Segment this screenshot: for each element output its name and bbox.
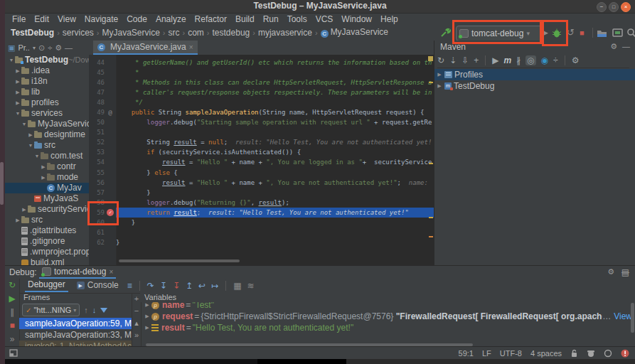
maven-toolbar-icon[interactable]: ∦ <box>516 55 521 65</box>
variable-row[interactable]: ▶prequest={StrictHttpFirewall$StrictFire… <box>140 311 635 322</box>
debug-button[interactable] <box>552 26 562 40</box>
debug-step-icon[interactable]: ↥ <box>186 281 193 291</box>
horizontal-scrollbar[interactable] <box>119 259 240 262</box>
tree-item[interactable]: MyJavaS <box>5 193 89 204</box>
tab-console[interactable]: ▶Console <box>74 280 122 291</box>
tree-arrow-icon[interactable]: ▶ <box>14 65 21 76</box>
code-text[interactable]: result = "Hello " + name + ", You are no… <box>116 178 434 188</box>
ui-preview-button[interactable] <box>612 26 623 40</box>
minimize-button[interactable]: − <box>597 2 607 12</box>
vertical-scrollbar[interactable] <box>631 303 634 333</box>
code-area[interactable]: 44 * getUserName() and getUserId() etc w… <box>89 58 434 247</box>
tree-item[interactable]: ▶mode <box>5 172 89 183</box>
tree-item[interactable]: build.xml <box>5 257 89 265</box>
code-line[interactable]: 56 result = "Hello " + name + ", You are… <box>89 178 434 188</box>
next-frame-icon[interactable]: ↓ <box>92 306 97 314</box>
debug-step-icon[interactable]: ≡ <box>127 281 132 291</box>
code-line[interactable]: 54 result = "Hello " + name + ", You are… <box>89 157 434 167</box>
maven-toolbar-icon[interactable]: + <box>474 55 479 65</box>
tree-item[interactable]: ▶i18n <box>5 76 89 87</box>
maven-tree-item[interactable]: ▶mTestDebug <box>434 80 635 92</box>
code-text[interactable]: logger.debug("Returning {}", result); <box>116 198 434 208</box>
maven-toolbar-icon[interactable]: ⇣ <box>449 55 457 65</box>
maven-toolbar-icon[interactable]: ↻ <box>437 55 444 65</box>
maven-toolbar-icon[interactable]: ◎ <box>525 55 535 65</box>
code-text[interactable]: * <box>116 68 434 77</box>
code-line[interactable]: 58 logger.debug("Returning {}", result); <box>89 198 434 208</box>
tree-item[interactable]: ▼TestDebug ~/Dow <box>5 55 89 65</box>
code-text[interactable]: * getUserName() and getUserId() etc whic… <box>116 58 434 68</box>
highlighting-level-icon[interactable] <box>587 349 595 358</box>
tree-item[interactable]: CMyJav <box>5 183 89 193</box>
code-text[interactable]: } else { <box>116 168 434 178</box>
tree-arrow-icon[interactable]: ▼ <box>14 108 21 119</box>
menu-vcs[interactable]: VCS <box>311 14 338 24</box>
code-line[interactable]: 44 * getUserName() and getUserId() etc w… <box>89 58 434 68</box>
maven-toolbar-icon[interactable]: m <box>503 55 511 65</box>
code-line[interactable]: 59✓ return result; result: "Hello Test, … <box>89 208 434 218</box>
tree-item[interactable]: ▼src <box>5 140 89 151</box>
code-text[interactable]: logger.debug("Starting sample operation … <box>116 117 434 127</box>
menu-window[interactable]: Window <box>337 14 376 24</box>
menu-help[interactable]: Help <box>376 14 402 24</box>
breadcrumb-item[interactable]: testdebug <box>213 28 250 38</box>
menu-analyze[interactable]: Analyze <box>151 14 191 24</box>
breakpoint-icon[interactable]: ✓ <box>107 209 114 216</box>
menu-tools[interactable]: Tools <box>283 14 311 24</box>
gear-icon[interactable]: ⚙ <box>610 42 617 51</box>
tree-arrow-icon[interactable]: ▼ <box>33 151 41 161</box>
breadcrumb-item[interactable]: TestDebug <box>11 28 54 38</box>
tree-arrow-icon[interactable]: ▶ <box>14 87 21 97</box>
stop-button[interactable]: ■ <box>5 319 19 333</box>
code-text[interactable]: return result; result: "Hello Test, You … <box>116 208 434 218</box>
maven-toolbar-icon[interactable]: ÷ <box>553 55 558 65</box>
pause-button[interactable]: ∥ <box>5 306 19 319</box>
maven-toolbar-icon[interactable]: ⚙ <box>572 55 580 65</box>
tree-item[interactable]: .gitattributes <box>5 225 89 236</box>
debug-step-icon[interactable]: ↷ <box>147 281 154 291</box>
build-hammer-icon[interactable] <box>440 26 451 40</box>
code-text[interactable]: } <box>116 188 434 198</box>
debug-step-icon[interactable]: ↩ <box>198 281 206 291</box>
frame-row[interactable]: sampleJavaOperation:33, My. <box>19 329 132 341</box>
code-line[interactable]: 62} <box>89 237 434 247</box>
maximize-button[interactable]: □ <box>609 2 619 12</box>
code-line[interactable]: 46 * Methods in this class can declare H… <box>89 77 434 87</box>
gutter-marker[interactable]: ✓ <box>105 208 116 218</box>
tree-arrow-icon[interactable]: ▼ <box>27 140 34 151</box>
breadcrumb-item[interactable]: com <box>188 28 204 38</box>
menu-refactor[interactable]: Refactor <box>191 14 231 24</box>
tree-item[interactable]: ▼com.test <box>5 151 89 161</box>
code-text[interactable]: result = "Hello " + name + ", You are lo… <box>116 157 434 167</box>
code-text[interactable]: * Methods in this class can declare Http… <box>116 77 434 87</box>
more-actions-button[interactable]: » <box>5 333 19 346</box>
breadcrumb-item[interactable]: src <box>169 28 180 38</box>
tree-item[interactable]: .gitignore <box>5 236 89 247</box>
expand-arrow-icon[interactable]: ▶ <box>143 325 151 331</box>
code-text[interactable]: String result = null; result: "Hello Tes… <box>116 137 434 147</box>
code-line[interactable]: 55 } else { <box>89 168 434 178</box>
code-line[interactable]: 45 * <box>89 68 434 77</box>
code-text[interactable]: * caller's request/response objects resp… <box>116 87 434 97</box>
tree-item[interactable]: ▶profiles <box>5 97 89 108</box>
chevron-down-icon[interactable]: ▾ <box>33 45 36 51</box>
editor-body[interactable]: 44 * getUserName() and getUserId() etc w… <box>89 55 434 265</box>
collapse-all-icon[interactable]: ÷ <box>48 43 52 52</box>
filter-icon[interactable] <box>100 308 107 313</box>
indent-setting[interactable]: 4 spaces <box>530 349 562 358</box>
breadcrumb-item[interactable]: myjavaservice <box>258 28 312 38</box>
tree-item[interactable]: ▶lib <box>5 87 89 97</box>
title-bar[interactable]: TestDebug – MyJavaService.java − □ × <box>5 0 635 14</box>
gear-icon[interactable]: ⚙ <box>55 43 62 53</box>
breadcrumb-item[interactable]: services <box>63 28 94 38</box>
tree-arrow-icon[interactable]: ▶ <box>14 215 21 225</box>
tree-arrow-icon[interactable]: ▶ <box>434 72 444 77</box>
hide-panel-icon[interactable]: — <box>622 42 630 50</box>
prev-frame-icon[interactable]: ↑ <box>84 306 88 314</box>
tree-arrow-icon[interactable]: ▶ <box>14 76 21 87</box>
expand-arrow-icon[interactable]: ▶ <box>143 302 151 308</box>
menu-file[interactable]: File <box>8 14 30 24</box>
search-everywhere-button[interactable] <box>626 26 635 40</box>
code-line[interactable]: 50 logger.debug("Starting sample operati… <box>89 117 434 127</box>
maven-toolbar-icon[interactable]: ⇩ <box>461 55 469 65</box>
